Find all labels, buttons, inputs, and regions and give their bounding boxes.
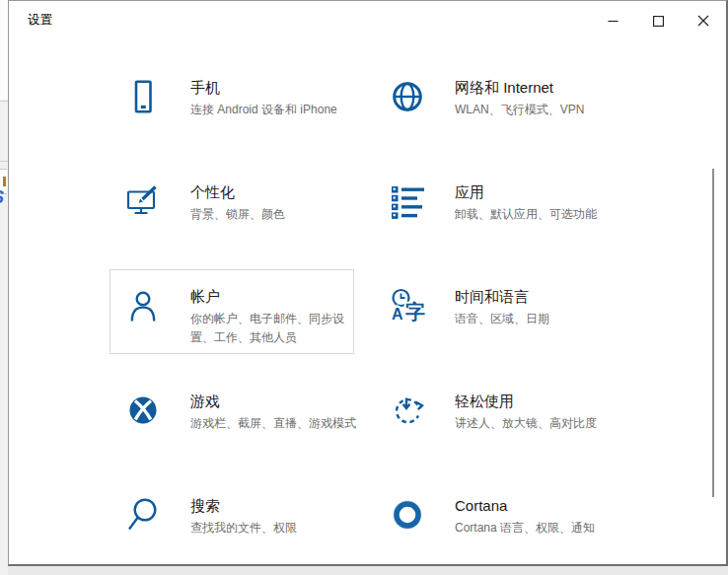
tile-title: 搜索 <box>190 496 297 516</box>
tile-subtitle: 讲述人、放大镜、高对比度 <box>455 414 597 433</box>
settings-window: 设置 <box>8 0 728 566</box>
tile-title: 轻松使用 <box>455 392 597 411</box>
globe-icon <box>390 79 425 114</box>
settings-tile-phone[interactable]: 手机 连接 Android 设备和 iPhone <box>109 60 354 145</box>
tile-title: 网络和 Internet <box>455 78 584 98</box>
xbox-icon <box>125 393 161 428</box>
cortana-icon <box>390 497 425 533</box>
svg-text:A: A <box>392 306 403 323</box>
tile-subtitle: WLAN、飞行模式、VPN <box>455 101 584 119</box>
minimize-button[interactable] <box>590 1 635 40</box>
tile-subtitle: 语音、区域、日期 <box>455 310 549 328</box>
settings-tile-personalization[interactable]: 个性化 背景、锁屏、颜色 <box>109 165 354 250</box>
tile-title: Cortana <box>455 496 595 516</box>
screen: S 设置 <box>0 0 728 575</box>
user-icon <box>125 288 161 323</box>
tile-subtitle: 连接 Android 设备和 iPhone <box>190 101 337 119</box>
phone-icon <box>125 79 161 114</box>
maximize-button[interactable] <box>635 1 681 40</box>
settings-tile-ease-of-access[interactable]: 轻松使用 讲述人、放大镜、高对比度 <box>374 374 619 459</box>
search-icon <box>125 497 161 533</box>
tile-title: 应用 <box>455 182 597 202</box>
vertical-scrollbar-thumb[interactable] <box>712 169 714 497</box>
background-orange-mark <box>3 177 6 186</box>
settings-tile-search[interactable]: 搜索 查找我的文件、权限 <box>109 478 354 563</box>
close-icon <box>697 15 709 27</box>
tile-subtitle: 你的帐户、电子邮件、同步设置、工作、其他人员 <box>190 310 346 347</box>
tile-title: 游戏 <box>190 392 356 411</box>
settings-tile-time-language[interactable]: 字 字 A A 时间和语言 语音、区域、日期 <box>374 269 619 354</box>
minimize-icon <box>608 16 619 27</box>
settings-tile-accounts[interactable]: 帐户 你的帐户、电子邮件、同步设置、工作、其他人员 <box>109 269 354 354</box>
settings-tile-network[interactable]: 网络和 Internet WLAN、飞行模式、VPN <box>374 60 619 145</box>
tile-subtitle: 卸载、默认应用、可选功能 <box>455 205 597 224</box>
maximize-icon <box>653 16 664 27</box>
time-language-icon: 字 字 A A <box>390 288 425 323</box>
tile-subtitle: 背景、锁屏、颜色 <box>190 205 285 224</box>
background-logo-glyph: S <box>0 187 8 208</box>
window-title: 设置 <box>28 12 52 29</box>
settings-tile-cortana[interactable]: Cortana Cortana 语言、权限、通知 <box>374 478 619 563</box>
background-window-sliver: S <box>0 0 8 575</box>
tile-title: 帐户 <box>190 287 346 307</box>
settings-category-grid: 手机 连接 Android 设备和 iPhone 网络和 Internet WL… <box>109 60 619 563</box>
title-bar[interactable]: 设置 <box>9 1 726 40</box>
tile-title: 时间和语言 <box>455 287 549 307</box>
tile-subtitle: Cortana 语言、权限、通知 <box>455 519 595 538</box>
settings-tile-apps[interactable]: 应用 卸载、默认应用、可选功能 <box>374 165 619 250</box>
tile-subtitle: 查找我的文件、权限 <box>190 519 297 538</box>
ease-of-access-icon <box>390 393 425 428</box>
apps-list-icon <box>390 183 425 219</box>
personalization-icon <box>125 183 161 219</box>
svg-text:字: 字 <box>405 300 425 323</box>
window-controls <box>590 1 726 40</box>
tile-title: 手机 <box>190 78 337 98</box>
tile-subtitle: 游戏栏、截屏、直播、游戏模式 <box>190 414 356 433</box>
settings-tile-gaming[interactable]: 游戏 游戏栏、截屏、直播、游戏模式 <box>109 374 354 459</box>
close-button[interactable] <box>681 1 726 40</box>
tile-title: 个性化 <box>190 182 285 202</box>
